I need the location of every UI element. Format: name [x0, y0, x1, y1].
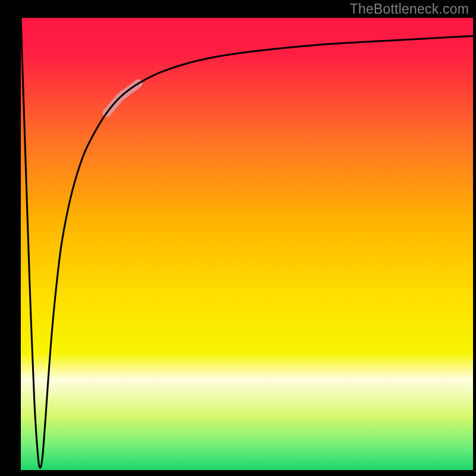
- chart-frame: TheBottleneck.com: [0, 0, 476, 476]
- bottleneck-chart: [0, 0, 476, 476]
- plot-background: [21, 18, 473, 470]
- watermark-text: TheBottleneck.com: [350, 1, 469, 17]
